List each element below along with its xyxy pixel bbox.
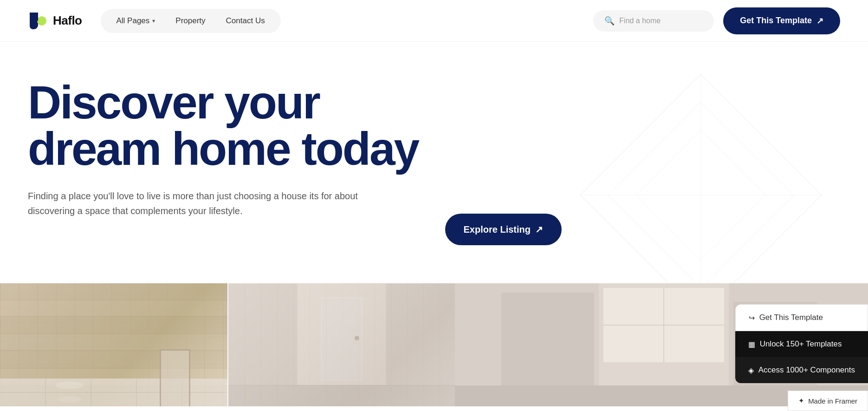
hero-title: Discover your dream home today <box>28 79 492 172</box>
svg-rect-14 <box>0 334 227 350</box>
svg-rect-12 <box>0 300 227 316</box>
panel-access-components[interactable]: ◈ Access 1000+ Components <box>735 357 868 383</box>
get-template-button-nav[interactable]: Get This Template ↗ <box>723 7 840 34</box>
svg-point-30 <box>56 382 84 389</box>
hero-content: Discover your dream home today Finding a… <box>28 79 492 218</box>
svg-rect-11 <box>0 283 227 300</box>
nav-links: All Pages ▾ Property Contact Us <box>101 9 281 33</box>
search-box[interactable]: 🔍 Find a home <box>593 10 714 32</box>
svg-point-1 <box>37 16 46 26</box>
panel-unlock-templates[interactable]: ▦ Unlock 150+ Templates <box>735 331 868 357</box>
svg-line-6 <box>580 74 701 195</box>
background-diamond <box>571 65 831 283</box>
svg-line-8 <box>701 195 822 283</box>
framer-icon: ✦ <box>798 397 804 405</box>
arrow-icon: ↗ <box>535 224 543 235</box>
nav-property[interactable]: Property <box>166 13 214 29</box>
logo[interactable]: Haflo <box>28 11 82 31</box>
property-image-left <box>0 283 227 406</box>
hero-section: Discover your dream home today Finding a… <box>0 42 868 283</box>
sidebar-panels: ↪ Get This Template ▦ Unlock 150+ Templa… <box>735 304 868 383</box>
made-in-framer[interactable]: ✦ Made in Framer <box>788 391 868 411</box>
svg-point-31 <box>58 396 81 403</box>
logo-icon <box>28 11 48 31</box>
arrow-icon: ↗ <box>816 16 823 26</box>
svg-rect-39 <box>228 385 455 406</box>
svg-rect-13 <box>0 317 227 333</box>
hero-subtitle: Finding a place you'll love to live is m… <box>28 189 362 218</box>
svg-rect-15 <box>0 351 227 368</box>
svg-point-38 <box>355 336 359 340</box>
chevron-down-icon: ▾ <box>152 18 155 24</box>
nav-contact[interactable]: Contact Us <box>217 13 274 29</box>
svg-line-7 <box>701 74 822 195</box>
property-image-right <box>227 283 455 406</box>
search-icon: 🔍 <box>604 16 615 26</box>
layers-icon: ◈ <box>748 366 754 375</box>
logo-text: Haflo <box>53 13 82 28</box>
svg-line-9 <box>580 195 701 283</box>
property-images <box>0 283 455 406</box>
svg-rect-3 <box>30 13 36 29</box>
nav-all-pages[interactable]: All Pages ▾ <box>107 13 165 29</box>
arrow-right-icon: ↪ <box>749 313 755 322</box>
search-placeholder: Find a home <box>619 17 661 25</box>
explore-listing-button[interactable]: Explore Listing ↗ <box>445 214 562 245</box>
panel-get-template[interactable]: ↪ Get This Template <box>735 304 868 331</box>
navbar: Haflo All Pages ▾ Property Contact Us 🔍 … <box>0 0 868 42</box>
grid-icon: ▦ <box>748 340 755 349</box>
